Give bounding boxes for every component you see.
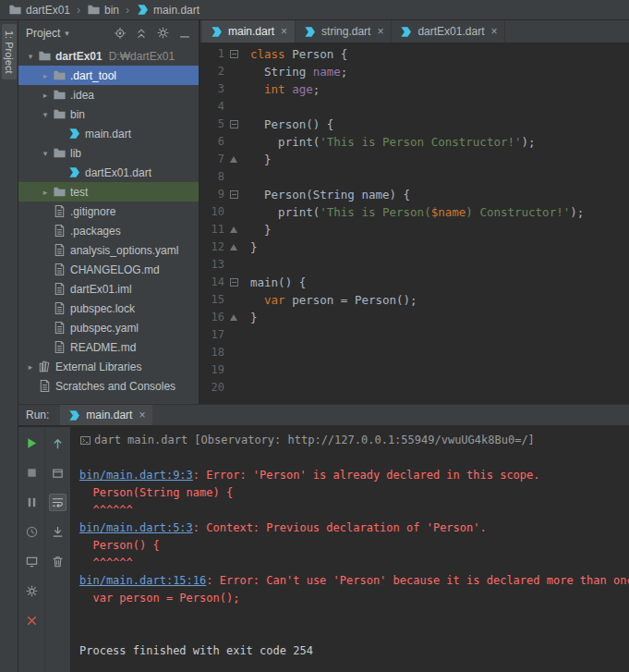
dart-file-icon xyxy=(303,25,317,39)
chevron-right-icon[interactable]: ▸ xyxy=(24,362,37,372)
tree-row-test[interactable]: ▸test xyxy=(18,182,199,202)
code-token: class xyxy=(250,47,285,61)
pause-output-icon[interactable] xyxy=(23,494,41,511)
run-panel-header: Run: main.dart× xyxy=(18,405,629,426)
tree-item-label: main.dart xyxy=(85,128,131,141)
chevron-down-icon[interactable]: ▾ xyxy=(24,52,37,61)
code-token: ; xyxy=(313,82,321,96)
line-number: 11 xyxy=(200,221,224,238)
editor-body[interactable]: 1234567891011121314151617181920 class Pe… xyxy=(200,43,629,404)
close-icon[interactable]: × xyxy=(377,25,383,38)
line-number: 3 xyxy=(200,80,224,98)
editor-code[interactable]: class Person { String name; int age; Per… xyxy=(245,43,629,404)
tree-row-readme-md[interactable]: README.md xyxy=(18,337,199,357)
code-line xyxy=(250,256,629,274)
fold-gutter xyxy=(224,120,243,128)
hide-panel-icon[interactable] xyxy=(178,27,191,40)
dart-file-icon xyxy=(67,165,81,179)
fold-close-icon[interactable] xyxy=(230,226,237,233)
file-icon xyxy=(52,321,67,335)
tree-row-packages[interactable]: .packages xyxy=(18,221,199,240)
tree-row-changelog-md[interactable]: CHANGELOG.md xyxy=(18,260,199,279)
code-line: } xyxy=(250,238,629,256)
file-icon xyxy=(52,224,67,238)
stop-icon[interactable] xyxy=(23,464,41,482)
restore-layout-icon[interactable] xyxy=(49,464,67,482)
tree-row-idea[interactable]: ▸.idea xyxy=(18,85,199,104)
tree-row-external-libraries[interactable]: ▸External Libraries xyxy=(18,357,199,376)
close-icon[interactable]: × xyxy=(281,25,287,38)
profiler-clock-icon[interactable] xyxy=(23,523,41,541)
tree-row-dartex01-dart[interactable]: dartEx01.dart xyxy=(18,163,199,182)
chevron-down-icon[interactable]: ▾ xyxy=(39,149,52,158)
code-token: print( xyxy=(250,205,320,219)
editor-tab-main-dart[interactable]: main.dart× xyxy=(202,20,296,43)
fold-close-icon[interactable] xyxy=(230,156,237,163)
close-icon[interactable]: × xyxy=(490,25,497,38)
breadcrumb: dartEx01›bin›main.dart xyxy=(6,3,202,17)
fold-gutter xyxy=(224,190,243,199)
editor-tab-string-dart[interactable]: string.dart× xyxy=(296,20,392,43)
dart-file-icon xyxy=(136,3,150,17)
console-blank xyxy=(79,449,86,467)
tree-row-dartex01[interactable]: ▾dartEx01D:₩dartEx01 xyxy=(18,46,199,66)
tree-row-lib[interactable]: ▾lib xyxy=(18,143,199,163)
run-tab[interactable]: main.dart× xyxy=(60,405,152,425)
close-icon[interactable]: × xyxy=(139,409,145,422)
tree-item-label: dartEx01 xyxy=(55,50,103,63)
fold-close-icon[interactable] xyxy=(230,314,237,321)
fold-open-icon[interactable] xyxy=(230,278,238,287)
fold-open-icon[interactable] xyxy=(230,190,238,199)
tree-row-main-dart[interactable]: main.dart xyxy=(18,124,199,143)
fold-open-icon[interactable] xyxy=(230,50,238,58)
chevron-right-icon[interactable]: ▸ xyxy=(39,71,52,80)
tree-row-scratches-and-consoles[interactable]: Scratches and Consoles xyxy=(18,376,199,396)
code-line: Person(String name) { xyxy=(250,186,629,203)
tool-window-button-project[interactable]: 1: Project xyxy=(2,24,17,79)
console-file-link[interactable]: bin/main.dart:15:16 xyxy=(79,572,206,590)
fold-gutter xyxy=(224,156,243,163)
tree-row-dart-tool[interactable]: ▸.dart_tool xyxy=(18,66,199,85)
settings-gear-icon[interactable] xyxy=(156,26,170,40)
soft-wrap-icon[interactable] xyxy=(49,494,67,511)
collapse-all-icon[interactable] xyxy=(135,27,148,40)
line-number: 1 xyxy=(200,45,224,63)
tree-row-dartex01-iml[interactable]: dartEx01.iml xyxy=(18,279,199,299)
breadcrumb-item-bin[interactable]: bin xyxy=(84,3,122,17)
screen-icon[interactable] xyxy=(23,553,41,570)
chevron-right-icon[interactable]: ▸ xyxy=(39,91,52,100)
locate-file-icon[interactable] xyxy=(114,27,127,40)
tree-item-label: bin xyxy=(70,108,85,121)
file-icon xyxy=(52,301,67,315)
tree-row-gitignore[interactable]: .gitignore xyxy=(18,202,199,221)
chevron-right-icon[interactable]: ▸ xyxy=(39,188,52,197)
chevron-down-icon[interactable]: ▾ xyxy=(65,29,69,38)
settings-gear-icon[interactable] xyxy=(23,582,41,600)
editor-tab-dartex01-dart[interactable]: dartEx01.dart× xyxy=(392,20,505,43)
fold-close-icon[interactable] xyxy=(230,244,237,250)
project-panel-toolbar: Project ▾ xyxy=(18,20,199,45)
clear-all-icon[interactable] xyxy=(49,553,67,570)
code-token: ); xyxy=(522,135,536,149)
line-number: 17 xyxy=(200,326,224,344)
tree-row-analysis-options-yaml[interactable]: analysis_options.yaml xyxy=(18,240,199,260)
code-line: var person = Person(); xyxy=(250,291,629,309)
rerun-icon[interactable] xyxy=(23,434,41,452)
fold-gutter xyxy=(224,244,243,250)
console-line xyxy=(79,449,629,467)
tree-row-bin[interactable]: ▾bin xyxy=(18,104,199,124)
tree-row-pubspec-yaml[interactable]: pubspec.yaml xyxy=(18,318,199,337)
breadcrumb-item-main-dart[interactable]: main.dart xyxy=(133,3,202,17)
console-file-link[interactable]: bin/main.dart:9:3 xyxy=(79,467,193,484)
console-file-link[interactable]: bin/main.dart:5:3 xyxy=(79,519,193,537)
line-number: 6 xyxy=(200,133,224,151)
scroll-to-end-icon[interactable] xyxy=(49,523,67,541)
breadcrumb-item-dartex01[interactable]: dartEx01 xyxy=(6,3,73,17)
console-line: bin/main.dart:5:3: Context: Previous dec… xyxy=(79,519,629,537)
up-stack-trace-icon[interactable] xyxy=(49,434,67,452)
tree-row-pubspec-lock[interactable]: pubspec.lock xyxy=(18,299,199,318)
chevron-down-icon[interactable]: ▾ xyxy=(39,110,52,119)
code-line: } xyxy=(250,221,629,238)
close-icon[interactable] xyxy=(23,612,41,629)
fold-open-icon[interactable] xyxy=(230,120,238,128)
